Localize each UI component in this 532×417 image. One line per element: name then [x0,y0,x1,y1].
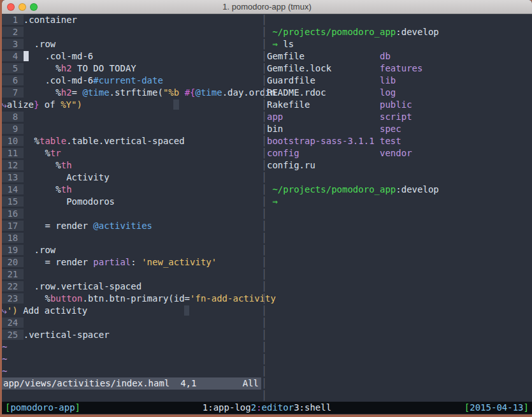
shell-line [267,208,532,220]
text-segment: th [61,160,72,170]
code-token: test [380,136,401,146]
text-segment: @time [195,87,222,98]
minimize-button[interactable] [18,3,26,11]
editor-line: ⤷alize} of %Y") [2,99,261,111]
text-segment: alize [7,99,34,110]
text-segment: Pomodoros [24,196,115,207]
text-segment: % [24,63,61,73]
text-segment: :develop [396,184,438,194]
cursor-block [24,51,29,61]
tmux-window-shell[interactable]: 3:shell [294,402,331,414]
tmux-pane-divider[interactable]: │ │ │ │ │ │ │ │ │ │ │ │ │ │ │ │ │ │ │ │ … [261,14,267,402]
tmux-session-name: pomodoro-app [10,402,75,413]
text-segment: .strftime( [110,87,163,98]
editor-line: 12 %th [2,159,261,172]
text-segment [87,305,184,316]
line-number: 3 [2,39,24,49]
editor-line: 19 .row [2,244,261,256]
editor-line: 21 [2,268,261,281]
text-segment: ~/projects/pomodoro_app [272,27,396,37]
shell-line: ⇒ ls [267,38,532,50]
tmux-window-label: editor [262,402,294,413]
shell-pane[interactable]: ~/projects/pomodoro_app:develop ⇒ lsGemf… [267,14,532,402]
close-button[interactable] [7,3,15,11]
vim-command-line [2,390,261,402]
shell-line: bin spec [267,123,532,135]
statusline-filename: app/views/activities/index.haml [3,378,169,388]
editor-line: 11 %tr [2,147,261,159]
shell-line: ~/projects/pomodoro_app:develop [267,26,532,38]
vim-editor-pane[interactable]: 1 .container 2 3 .row 4 .col-md-6 5 %h2 … [2,14,261,402]
shell-line [267,172,532,184]
tmux-window-editor[interactable]: 2:editor [251,402,294,414]
editor-line: 20 = render partial: 'new_activity' [2,256,261,268]
text-segment: TO DO TODAY [72,63,136,73]
text-segment: Activity [24,172,110,182]
editor-line: 13 Activity [2,172,261,184]
code-token: ~ [2,366,7,376]
text-segment: ls [278,39,294,49]
text-segment: .row [24,39,56,49]
shell-line: config vendor [267,147,532,159]
editor-line: 1 .container [2,14,261,26]
code-token: db [380,51,391,61]
vim-statusline: app/views/activities/index.haml4,1 All [2,377,261,390]
editor-line: 3 .row [2,38,261,50]
tmux-session-badge: [pomodoro-app] [5,402,80,414]
prompt-arrow-icon: ⇒ [272,196,277,207]
code-token: ~ [2,342,7,352]
wrap-marker-icon: ⤷ [2,305,7,316]
line-number: 6 [2,75,24,85]
bracket: [ [464,402,470,413]
line-number: 4 [2,51,24,61]
window-titlebar[interactable]: 1. pomodoro-app (tmux) [2,0,532,14]
text-segment: Guardfile [267,75,380,85]
zoom-button[interactable] [30,3,38,11]
statusline-scroll-indicator: All [243,377,259,390]
editor-line: 8 [2,111,261,123]
line-number: 23 [2,293,24,304]
text-segment: 'new_activity' [141,257,217,267]
text-segment: Add activity [18,305,88,316]
line-number: 15 [2,196,24,207]
text-segment: Gemfile.lock [267,63,380,73]
editor-line: 15 Pomodoros [2,196,261,208]
line-number: 11 [2,148,24,158]
shell-line [267,365,532,377]
line-number: 2 [2,27,24,37]
tmux-window-label: : [256,402,261,413]
text-segment: ') [7,305,18,316]
shell-line: ⇒ [267,196,532,208]
text-segment: : [131,257,141,267]
code-token: app [267,112,283,122]
line-number: 5 [2,63,24,73]
line-number: 9 [2,124,24,134]
shell-line [267,329,532,341]
ghost-block [184,305,189,316]
text-segment: % [24,293,50,304]
line-number: 19 [2,245,24,255]
shell-line: Rakefile public [267,99,532,111]
code-token: log [380,87,396,98]
shell-line [267,293,532,305]
code-token: features [380,63,422,73]
text-segment [283,112,380,122]
text-segment: of [39,99,61,110]
shell-line [267,256,532,268]
text-segment: = render [24,257,94,267]
tmux-window-app-log[interactable]: 1:app-log [203,402,251,414]
bracket: ] [75,402,80,413]
shell-line [267,232,532,244]
code-token: public [380,99,412,110]
shell-line [267,281,532,293]
editor-line: 9 [2,123,261,135]
editor-line: 10 %table.table.vertical-spaced [2,135,261,147]
line-number: 1 [2,15,24,25]
text-segment: h2 [61,87,72,98]
text-segment: @activities [93,221,152,231]
text-segment: Gemfile [267,51,380,61]
text-segment: = render [24,221,94,231]
editor-line: 7 %h2= @time.strftime("%b #{@time.day.or… [2,87,261,99]
editor-line: ~ [2,353,261,365]
text-segment: table [40,136,66,146]
